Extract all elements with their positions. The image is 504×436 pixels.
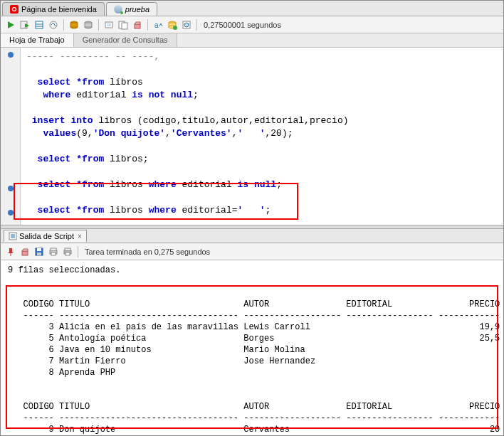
owa-output-button[interactable]	[180, 18, 193, 31]
script-output-tab[interactable]: Salida de Script ×	[4, 230, 87, 242]
svg-point-25	[184, 23, 189, 27]
worksheet-tabs: Hoja de Trabajo Generador de Consultas	[1, 33, 503, 48]
svg-rect-12	[85, 23, 92, 27]
result-dashes: ------ ---------------------------------…	[23, 311, 500, 321]
result-header: CODIGO TITULO AUTOR EDITORIAL PRECIO	[23, 402, 500, 412]
svg-rect-14	[107, 23, 111, 26]
tab-welcome[interactable]: O Página de bienvenida	[2, 2, 105, 16]
pin-button[interactable]	[4, 245, 17, 258]
explain-plan-button[interactable]	[33, 18, 46, 31]
sql-editor[interactable]: ----- --------- -- ----, select *from lí…	[1, 48, 503, 225]
svg-rect-34	[37, 248, 41, 251]
code-area[interactable]: ----- --------- -- ----, select *from lí…	[1, 48, 503, 217]
sql-file-icon	[114, 5, 122, 14]
tab-worksheet[interactable]: Hoja de Trabajo	[1, 33, 74, 47]
svg-text:a: a	[154, 21, 159, 29]
svg-rect-41	[65, 252, 70, 255]
result-row: 7 Martin Fierro Jose Hernandez	[23, 356, 315, 366]
file-tabs: O Página de bienvenida prueba	[1, 1, 503, 16]
dbms-output-button[interactable]	[166, 18, 179, 31]
print2-output-button[interactable]	[61, 245, 74, 258]
tab-file-label: prueba	[125, 5, 149, 14]
breakpoint-dot-icon	[8, 52, 14, 58]
svg-marker-0	[8, 21, 14, 28]
script-output-label: Salida de Script	[19, 232, 74, 240]
output-toolbar: Tarea terminada en 0,275 segundos	[1, 243, 503, 260]
output-tabs: Salida de Script ×	[1, 229, 503, 243]
svg-rect-9	[70, 23, 78, 27]
separator	[147, 19, 148, 31]
svg-rect-31	[22, 251, 28, 255]
separator	[196, 19, 197, 31]
separator	[78, 246, 78, 257]
svg-marker-18	[135, 22, 140, 24]
breakpoint-dot-icon	[8, 186, 14, 191]
svg-marker-32	[22, 249, 28, 251]
tab-query-builder[interactable]: Generador de Consultas	[74, 33, 177, 47]
script-output[interactable]: 9 filas seleccionadas. CODIGO TITULO AUT…	[1, 260, 503, 434]
run-button[interactable]	[4, 18, 17, 31]
timing-label: 0,27500001 segundos	[204, 21, 281, 29]
close-output-tab[interactable]: ×	[78, 233, 82, 240]
svg-rect-17	[135, 24, 140, 28]
save-output-button[interactable]	[33, 245, 46, 258]
result-header: CODIGO TITULO AUTOR EDITORIAL PRECIO	[23, 299, 500, 309]
result-row: 5 Antología poética Borges 25,5	[23, 334, 500, 344]
oracle-icon: O	[10, 5, 19, 14]
svg-rect-16	[122, 23, 127, 29]
svg-rect-35	[37, 252, 41, 255]
to-upper-button[interactable]: a	[152, 18, 164, 31]
breakpoint-dot-icon	[8, 210, 14, 216]
svg-rect-38	[51, 252, 56, 255]
svg-point-23	[173, 26, 177, 30]
result-row: 9 Don quijote Cervantes 20	[23, 425, 500, 434]
clear-output-button[interactable]	[19, 245, 31, 258]
main-toolbar: a 0,27500001 segundos	[1, 16, 503, 33]
print-output-button[interactable]	[47, 245, 60, 258]
separator	[63, 19, 64, 31]
svg-rect-3	[36, 21, 43, 28]
tab-welcome-label: Página de bienvenida	[21, 5, 97, 14]
result-dashes: ------ ---------------------------------…	[23, 413, 500, 423]
autotrace-button[interactable]	[47, 18, 60, 31]
result-row: 6 Java en 10 minutos Mario Molina	[23, 345, 305, 355]
script-output-icon	[9, 232, 17, 240]
commit-button[interactable]	[68, 18, 80, 31]
tab-file[interactable]: prueba	[106, 2, 157, 16]
run-script-button[interactable]	[19, 18, 31, 31]
result-row: 8 Aprenda PHP	[23, 368, 116, 378]
separator	[98, 19, 99, 31]
editor-gutter	[1, 48, 21, 225]
sql-history-button[interactable]	[117, 18, 130, 31]
row-count: 9 filas seleccionadas.	[8, 265, 120, 275]
output-status: Tarea terminada en 0,275 segundos	[85, 248, 210, 256]
unshared-button[interactable]	[103, 18, 115, 31]
clear-button[interactable]	[131, 18, 144, 31]
result-row: 3 Alicia en el país de las maravillas Le…	[23, 322, 500, 332]
rollback-button[interactable]	[82, 18, 95, 31]
